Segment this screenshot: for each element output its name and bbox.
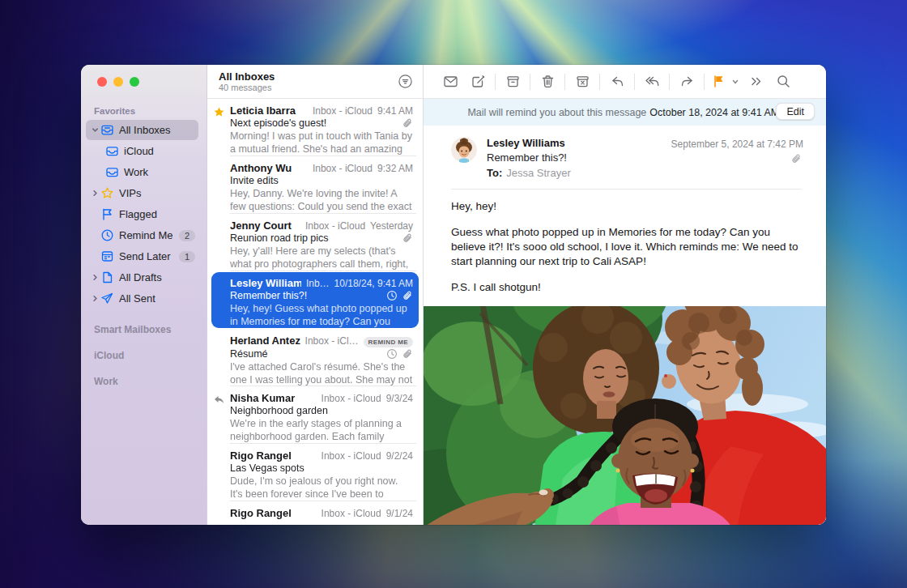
date: 9:32 AM xyxy=(377,163,413,174)
reminder-banner: Mail will remind you about this message … xyxy=(424,99,826,126)
close-window-button[interactable] xyxy=(97,77,107,87)
message-header: Lesley Williams Remember this?! To:Jessa… xyxy=(424,126,826,190)
message-list-header: All Inboxes 40 messages xyxy=(207,65,423,99)
chevron-down-icon[interactable] xyxy=(89,126,100,134)
recipient-name[interactable]: Jessa Strayer xyxy=(506,167,570,179)
sidebar-item-label: iCloud xyxy=(124,145,198,157)
sender: Jenny Court xyxy=(230,219,300,232)
vip-star-icon xyxy=(100,186,114,200)
attachment-paperclip-icon[interactable] xyxy=(790,153,802,168)
message-date: September 5, 2024 at 7:42 PM xyxy=(671,138,803,150)
message-row-rigo-2[interactable]: Rigo RangelInbox - iCloud9/1/24 xyxy=(207,501,423,525)
sidebar-section-work[interactable]: Work xyxy=(81,361,207,387)
favorites-section-label: Favorites xyxy=(81,99,207,120)
mailbox-label: Inb… xyxy=(306,278,330,289)
sidebar-item-all-drafts[interactable]: All Drafts xyxy=(86,267,198,288)
subject: Remember this?! xyxy=(230,290,382,301)
minimize-window-button[interactable] xyxy=(113,77,123,87)
message-row-jenny[interactable]: Jenny CourtInbox - iCloudYesterday Reuni… xyxy=(207,214,423,271)
filter-icon[interactable] xyxy=(398,70,413,98)
mailbox-title: All Inboxes xyxy=(219,70,275,83)
message-row-herland[interactable]: Herland AntezanaInbox - iCl…REMIND ME Ré… xyxy=(207,329,423,386)
forward-icon[interactable] xyxy=(673,71,700,92)
search-icon[interactable] xyxy=(769,71,797,92)
message-row-anthony[interactable]: Anthony WuInbox - iCloud9:32 AM Invite e… xyxy=(207,156,423,214)
sidebar-item-label: Remind Me xyxy=(119,229,179,241)
sidebar-item-all-sent[interactable]: All Sent xyxy=(86,288,198,309)
remind-clock-icon xyxy=(386,348,398,360)
sidebar-item-remind-me[interactable]: Remind Me 2 xyxy=(86,225,198,245)
sender: Leticia Ibarra xyxy=(230,104,308,117)
message-row-rigo-1[interactable]: Rigo RangelInbox - iCloud9/2/24 Las Vega… xyxy=(207,444,423,501)
subject: Neighborhood garden xyxy=(230,405,413,416)
date: Yesterday xyxy=(370,220,413,232)
sidebar-section-smart-mailboxes[interactable]: Smart Mailboxes xyxy=(81,309,207,335)
sidebar-item-work-inbox[interactable]: Work xyxy=(102,162,198,182)
message-row-nisha[interactable]: Nisha KumarInbox - iCloud9/3/24 Neighbor… xyxy=(207,386,423,444)
edit-reminder-button[interactable]: Edit xyxy=(776,103,815,120)
mail-window: Favorites All Inboxes iCloud Work VIPs F… xyxy=(81,65,826,525)
sidebar-item-label: All Inboxes xyxy=(119,124,198,136)
chevron-right-icon[interactable] xyxy=(89,295,100,302)
message-sender-name: Lesley Williams xyxy=(487,137,571,149)
date: 9/1/24 xyxy=(386,508,413,519)
sender-avatar[interactable] xyxy=(451,137,477,163)
sidebar-item-vips[interactable]: VIPs xyxy=(86,183,198,203)
header-divider xyxy=(451,189,802,190)
flag-icon[interactable] xyxy=(708,71,729,92)
reply-all-icon[interactable] xyxy=(638,71,666,92)
message-subject: Remember this?! xyxy=(487,151,571,164)
sender: Herland Antezana xyxy=(230,334,300,347)
reminder-text: Mail will remind you about this message xyxy=(467,107,646,118)
preview: We're in the early stages of planning a … xyxy=(230,417,413,443)
body-paragraph: Guess what photo popped up in Memories f… xyxy=(451,225,802,269)
preview: Morning! I was put in touch with Tania b… xyxy=(230,130,413,156)
body-paragraph: Hey, hey! xyxy=(451,199,802,214)
get-mail-icon[interactable] xyxy=(436,71,464,92)
remind-clock-icon xyxy=(386,290,398,301)
date: 9/3/24 xyxy=(386,393,413,404)
inbox-icon xyxy=(105,144,119,158)
paperclip-icon xyxy=(402,348,413,360)
subject: Reunion road trip pics xyxy=(230,232,398,244)
compose-icon[interactable] xyxy=(464,71,492,92)
window-controls xyxy=(81,65,207,99)
sidebar-item-all-inboxes[interactable]: All Inboxes xyxy=(86,120,198,140)
preview: Hey, Danny. We're loving the invite! A f… xyxy=(230,187,413,213)
message-row-leticia[interactable]: Leticia IbarraInbox - iCloud9:41 AM Next… xyxy=(207,99,423,156)
vip-star-icon xyxy=(213,106,226,119)
chevron-right-icon[interactable] xyxy=(89,274,100,281)
sidebar-item-label: All Sent xyxy=(119,292,198,305)
more-toolbar-items-icon[interactable] xyxy=(742,71,769,92)
attached-photo-three-friends-selfie[interactable] xyxy=(424,306,826,525)
mailbox-label: Inbox - iCloud xyxy=(321,450,381,462)
sidebar-item-send-later[interactable]: Send Later 1 xyxy=(86,246,198,266)
preview: Hey, hey! Guess what photo popped up in … xyxy=(230,302,413,328)
sidebar-section-icloud[interactable]: iCloud xyxy=(81,335,207,361)
sidebar-item-icloud-inbox[interactable]: iCloud xyxy=(102,141,198,161)
date: 9:41 AM xyxy=(377,105,413,117)
archive-icon[interactable] xyxy=(499,71,526,92)
chevron-right-icon[interactable] xyxy=(89,190,100,197)
flag-menu-chevron-icon[interactable] xyxy=(729,71,742,92)
reply-icon[interactable] xyxy=(603,71,631,92)
preview: Dude, I'm so jealous of you right now. I… xyxy=(230,475,413,501)
mailbox-label: Inbox - iCloud xyxy=(313,163,373,174)
sidebar-item-label: Work xyxy=(124,166,198,178)
message-row-lesley-selected[interactable]: Lesley WilliamsInb…10/18/24, 9:41 AM Rem… xyxy=(207,271,423,329)
trash-icon[interactable] xyxy=(534,71,561,92)
sender: Rigo Rangel xyxy=(230,450,317,462)
zoom-window-button[interactable] xyxy=(130,77,139,87)
paper-plane-icon xyxy=(100,292,114,305)
subject: Las Vegas spots xyxy=(230,462,413,474)
message-body: Hey, hey! Guess what photo popped up in … xyxy=(424,190,826,306)
unread-badge: 2 xyxy=(179,230,195,241)
replied-arrow-icon xyxy=(213,394,226,407)
sidebar-item-flagged[interactable]: Flagged xyxy=(86,204,198,224)
preview: Hey, y'all! Here are my selects (that's … xyxy=(230,245,413,271)
sidebar-item-label: VIPs xyxy=(119,187,198,199)
reading-pane: Mail will remind you about this message … xyxy=(424,65,826,525)
junk-icon[interactable] xyxy=(568,71,596,92)
sender: Nisha Kumar xyxy=(230,392,317,404)
subject: Invite edits xyxy=(230,175,413,186)
